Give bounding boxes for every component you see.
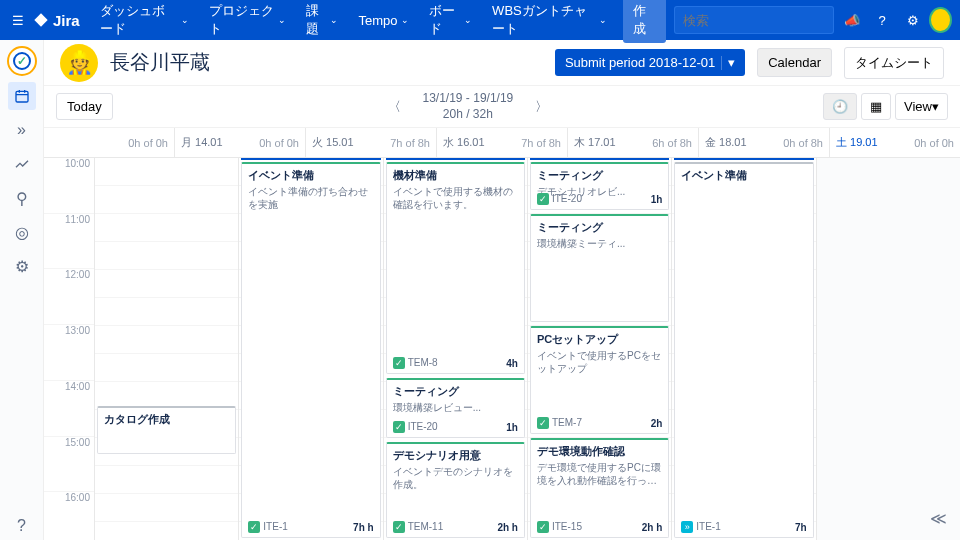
time-label: 13:00 [44, 325, 94, 381]
chevron-down-icon: ⌄ [464, 15, 472, 25]
tab-calendar[interactable]: Calendar [757, 48, 832, 77]
date-range-label: 13/1/19 - 19/1/19 20h / 32h [423, 91, 514, 122]
time-view-button[interactable]: 🕘 [823, 93, 857, 120]
prev-week-button[interactable]: 〈 [382, 94, 407, 120]
create-button[interactable]: 作成 [623, 0, 666, 43]
worklog-card[interactable]: ミーティングデモシナリオレビ...✓ITE-201h [530, 162, 669, 210]
settings-icon[interactable]: ⚙ [900, 6, 924, 34]
worklog-card[interactable]: ミーティング環境構築レビュー...✓ITE-201h [386, 378, 525, 438]
day-header: 土 19.010h of 0h [829, 128, 960, 157]
help-icon[interactable]: ? [870, 6, 894, 34]
accounts-nav-icon[interactable]: ◎ [8, 218, 36, 246]
status-icon: ✓ [393, 521, 405, 533]
user-avatar: 👷 [60, 44, 98, 82]
day-header: 火 15.017h of 8h [305, 128, 436, 157]
page-header: 👷 長谷川平蔵 Submit period 2018-12-01▾ Calend… [44, 40, 960, 86]
status-icon: ✓ [248, 521, 260, 533]
time-label: 12:00 [44, 269, 94, 325]
nav-item[interactable]: Tempo⌄ [350, 7, 416, 34]
view-dropdown[interactable]: View ▾ [895, 93, 948, 120]
nav-item[interactable]: WBSガントチャート⌄ [484, 0, 615, 44]
today-button[interactable]: Today [56, 93, 113, 120]
page-title: 長谷川平蔵 [110, 49, 210, 76]
worklog-card[interactable]: デモシナリオ用意イベントデモのシナリオを作成。✓TEM-112h h [386, 442, 525, 538]
time-label: 16:00 [44, 492, 94, 540]
chevron-down-icon: ⌄ [599, 15, 607, 25]
worklog-card[interactable]: イベント準備»ITE-17h [674, 162, 813, 538]
chevron-down-icon: ▾ [728, 55, 735, 70]
status-icon: ✓ [393, 357, 405, 369]
notifications-icon[interactable]: 📣 [840, 6, 864, 34]
teams-nav-icon[interactable]: ⚲ [8, 184, 36, 212]
day-col-sat[interactable] [816, 158, 960, 540]
day-header: 木 17.016h of 8h [567, 128, 698, 157]
worklog-card[interactable]: イベント準備イベント準備の打ち合わせを実施✓ITE-17h h [241, 162, 380, 538]
settings-nav-icon[interactable]: ⚙ [8, 252, 36, 280]
nav-item[interactable]: ダッシュボード⌄ [92, 0, 197, 44]
chevron-down-icon: ⌄ [278, 15, 286, 25]
worklog-card[interactable]: PCセットアップイベントで使用するPCをセットアップ✓TEM-72h [530, 326, 669, 434]
calendar-grid: 0h of 0h 月 14.010h of 0h火 15.017h of 8h水… [44, 128, 960, 540]
worklog-card[interactable]: カタログ作成 [97, 406, 236, 454]
search-input[interactable] [683, 13, 851, 28]
status-icon: » [681, 521, 693, 533]
next-week-button[interactable]: 〉 [529, 94, 554, 120]
day-col-wed[interactable]: 機材準備イベントで使用する機材の確認を行います。✓TEM-84hミーティング環境… [383, 158, 527, 540]
search-box[interactable]: ⌕ [674, 6, 834, 34]
nav-item[interactable]: 課題⌄ [298, 0, 346, 44]
collapse-panel-button[interactable]: ≪ [926, 506, 950, 530]
chevron-down-icon: ⌄ [181, 15, 189, 25]
trends-nav-icon[interactable] [8, 150, 36, 178]
status-icon: ✓ [537, 417, 549, 429]
tempo-app-icon[interactable]: ✓ [7, 46, 37, 76]
nav-item[interactable]: ボード⌄ [421, 0, 481, 44]
status-icon: ✓ [537, 521, 549, 533]
help-nav-icon[interactable]: ? [8, 512, 36, 540]
day-header: 水 16.017h of 8h [436, 128, 567, 157]
app-switcher-icon[interactable]: ☰ [8, 8, 29, 32]
top-nav: ☰ Jira ダッシュボード⌄プロジェクト⌄課題⌄Tempo⌄ボード⌄WBSガン… [0, 0, 960, 40]
day-col-mon[interactable]: カタログ作成 [94, 158, 238, 540]
jira-logo[interactable]: Jira [33, 12, 80, 29]
grid-view-button[interactable]: ▦ [861, 93, 891, 120]
time-label: 11:00 [44, 214, 94, 270]
submit-period-button[interactable]: Submit period 2018-12-01▾ [555, 49, 745, 76]
reports-nav-icon[interactable]: » [8, 116, 36, 144]
day-col-tue[interactable]: イベント準備イベント準備の打ち合わせを実施✓ITE-17h h [238, 158, 382, 540]
time-label: 15:00 [44, 437, 94, 493]
sunday-hours: 0h of 0h [128, 137, 168, 149]
status-icon: ✓ [393, 421, 405, 433]
worklog-card[interactable]: ミーティング環境構築ミーティ... [530, 214, 669, 322]
tab-timesheet[interactable]: タイムシート [844, 47, 944, 79]
worklog-card[interactable]: デモ環境動作確認デモ環境で使用するPCに環境を入れ動作確認を行った。✓ITE-1… [530, 438, 669, 538]
chevron-down-icon: ⌄ [330, 15, 338, 25]
day-header: 月 14.010h of 0h [174, 128, 305, 157]
day-col-fri[interactable]: イベント準備»ITE-17h [671, 158, 815, 540]
day-col-thu[interactable]: ミーティングデモシナリオレビ...✓ITE-201hミーティング環境構築ミーティ… [527, 158, 671, 540]
time-label: 10:00 [44, 158, 94, 214]
chevron-down-icon: ⌄ [401, 15, 409, 25]
status-icon: ✓ [537, 193, 549, 205]
left-sidebar: ✓ » ⚲ ◎ ⚙ ? [0, 40, 44, 540]
worklog-card[interactable]: 機材準備イベントで使用する機材の確認を行います。✓TEM-84h [386, 162, 525, 374]
nav-item[interactable]: プロジェクト⌄ [201, 0, 295, 44]
profile-avatar[interactable] [929, 7, 952, 33]
svg-rect-0 [16, 91, 28, 102]
calendar-nav-icon[interactable] [8, 82, 36, 110]
day-header: 金 18.010h of 8h [698, 128, 829, 157]
calendar-toolbar: Today 〈 13/1/19 - 19/1/19 20h / 32h 〉 🕘 … [44, 86, 960, 128]
time-label: 14:00 [44, 381, 94, 437]
